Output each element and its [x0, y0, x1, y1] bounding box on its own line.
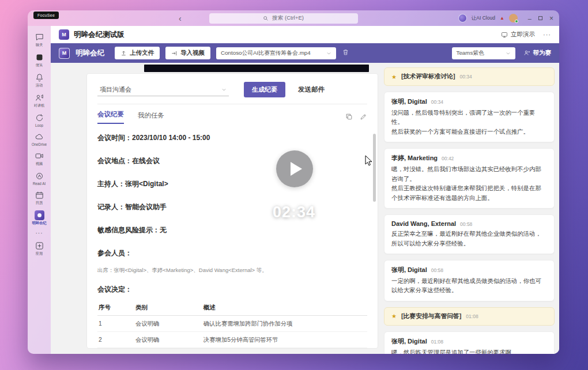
demo-button[interactable]: 立即演示 — [501, 31, 535, 39]
toolbar-app-name: 明眸会纪 — [76, 48, 104, 58]
video-player-top-bar — [144, 65, 369, 72]
back-icon[interactable]: ‹ — [179, 14, 182, 22]
attendees-heading: 参会人员： — [97, 248, 367, 258]
play-icon — [291, 162, 302, 176]
window-titlebar: ‹ 搜索 (Ctrl+E) 让AI Cloud ▲ – × — [28, 10, 559, 26]
trash-icon — [342, 48, 349, 56]
sidebar-item-onedrive[interactable]: OneDrive — [28, 131, 50, 148]
sidebar-item-walkie-talkie[interactable]: 对讲机 — [28, 92, 50, 110]
search-icon — [263, 16, 269, 21]
app-title: 明眸会纪测试版 — [74, 30, 501, 40]
sidebar-item-activity[interactable]: 活动 — [28, 71, 50, 89]
sidebar: 聊天 便笺 活动 对讲机 Loop OneDrive — [28, 26, 51, 354]
chapter-card[interactable]: ★ [技术评审标准讨论] 00:34 — [384, 67, 555, 86]
maximize-button[interactable] — [538, 16, 542, 20]
app-header: M 明眸会纪测试版 立即演示 ··· — [51, 26, 559, 43]
sidebar-item-loop[interactable]: Loop — [28, 112, 50, 129]
cloud-icon — [35, 132, 44, 142]
sidebar-item-notes[interactable]: 便笺 — [28, 51, 50, 69]
chapter-card[interactable]: ★ [比赛安排与高管问答] 01:08 — [384, 307, 555, 326]
send-email-button[interactable]: 发送邮件 — [298, 85, 325, 94]
transcript-message[interactable]: 张明, Digital00:34 没问题，然后领导特别突出，强调了这一次的一个重… — [384, 92, 555, 142]
chevron-down-icon — [221, 87, 227, 92]
present-icon — [501, 31, 508, 38]
sidebar-item-video[interactable]: 视频 — [28, 150, 50, 168]
sensitive-info-line: 敏感信息风险提示：无 — [97, 225, 367, 235]
notes-icon — [35, 52, 44, 62]
upload-file-button[interactable]: 上传文件 — [115, 47, 160, 59]
play-button[interactable] — [276, 150, 313, 187]
teams-window: ‹ 搜索 (Ctrl+E) 让AI Cloud ▲ – × 聊天 — [28, 10, 559, 354]
import-icon — [171, 50, 178, 56]
recorder-watermark: FocuSee — [33, 12, 59, 19]
warning-icon: ▲ — [500, 16, 504, 21]
transcript-panel: ★ [技术评审标准讨论] 00:34 张明, Digital00:34 没问题，… — [384, 67, 555, 354]
video-timestamp: 02:34 — [254, 203, 334, 221]
delete-file-button[interactable] — [342, 48, 349, 58]
cloud-app-label: 让AI Cloud — [472, 15, 495, 22]
mingmou-app-icon — [35, 210, 44, 220]
theme-dropdown[interactable]: Teams紫色 — [452, 47, 515, 59]
scrollbar-thumb[interactable] — [373, 134, 376, 202]
person-icon — [523, 50, 530, 56]
chevron-down-icon — [506, 51, 511, 56]
file-dropdown[interactable]: Contoso公司AI比赛宣传筹备会.mp4 — [216, 47, 336, 59]
calendar-icon — [35, 190, 44, 200]
transcript-message[interactable]: 李婷, Marketing00:42 嗯，对没错。然后我们市场部这边其实已经收到… — [384, 148, 555, 209]
copy-icon[interactable] — [345, 113, 353, 120]
table-row: 1会议明确确认比赛需增加跨部门协作加分项 — [97, 316, 367, 332]
search-placeholder: 搜索 (Ctrl+E) — [272, 14, 304, 22]
sidebar-item-apps[interactable]: 应用 — [28, 240, 50, 258]
chevron-down-icon — [326, 51, 331, 56]
transcript-message[interactable]: David Wang, External00:58 反正荣幸之至嘛，最近刚好在帮… — [384, 214, 555, 254]
meeting-location-line: 会议地点：在线会议 — [97, 156, 367, 166]
join-button[interactable]: 帮为赛 — [523, 49, 552, 57]
table-row: 3会议要求李婷负责修改规程，加入最佳协作案例说明 — [97, 348, 367, 349]
col-header-category: 类别 — [134, 300, 202, 316]
main-area: 项目沟通会 生成纪要 发送邮件 会议纪要 我的任务 — [51, 63, 559, 354]
search-input[interactable]: 搜索 (Ctrl+E) — [209, 13, 358, 24]
avatar[interactable] — [509, 14, 518, 22]
meeting-minutes-panel: 项目沟通会 生成纪要 发送邮件 会议纪要 我的任务 — [86, 73, 378, 349]
col-header-summary: 概述 — [202, 300, 367, 316]
app-toolbar: M 明眸会纪 上传文件 导入视频 Contoso公司AI比赛宣传筹备会.mp4 — [51, 43, 559, 63]
bell-icon — [35, 73, 44, 82]
video-camera-icon — [35, 151, 44, 161]
meeting-time-line: 会议时间：2023/10/10 14:00 - 15:00 — [97, 133, 367, 143]
sidebar-item-calendar[interactable]: 日历 — [28, 189, 50, 207]
star-icon: ★ — [391, 313, 397, 319]
star-icon: ★ — [391, 74, 397, 80]
upload-icon — [120, 50, 127, 56]
sidebar-item-more[interactable]: ··· — [28, 229, 50, 237]
meeting-host-line: 主持人：张明<Digital> — [97, 179, 367, 189]
app-logo-icon: M — [59, 29, 69, 40]
status-dot — [515, 20, 518, 23]
more-options-icon[interactable]: ··· — [543, 31, 551, 38]
sidebar-item-read-ai[interactable]: Read AI — [28, 170, 50, 187]
add-app-icon — [35, 241, 44, 251]
chat-icon — [35, 32, 44, 42]
import-video-button[interactable]: 导入视频 — [165, 47, 210, 59]
edit-pencil-icon[interactable] — [360, 113, 367, 120]
read-ai-icon — [35, 171, 44, 181]
project-dropdown[interactable]: 项目沟通会 — [97, 84, 229, 96]
sidebar-item-mingmou-app[interactable]: 明眸会纪 — [28, 209, 50, 227]
more-apps-icon: ··· — [36, 231, 43, 236]
tab-my-tasks[interactable]: 我的任务 — [138, 111, 164, 124]
loop-icon — [35, 113, 44, 123]
tab-meeting-minutes[interactable]: 会议纪要 — [97, 110, 124, 124]
toolbar-app-icon: M — [59, 48, 70, 59]
close-button[interactable]: × — [549, 14, 553, 22]
decisions-heading: 会议决定： — [97, 285, 367, 295]
attendees-note: 出席：张明<Digital>、李婷<Marketing>、David Wang<… — [97, 267, 367, 274]
transcript-message[interactable]: 张明, Digital01:08 嗯，然后昨天管理层是追加了一些新的要求啊。 — [384, 331, 555, 354]
generate-minutes-button[interactable]: 生成纪要 — [244, 82, 285, 97]
mouse-cursor — [365, 155, 373, 167]
minimize-button[interactable]: – — [528, 15, 532, 22]
walkie-talkie-icon — [35, 93, 44, 103]
cloud-app-icon[interactable] — [458, 14, 467, 22]
transcript-message[interactable]: 张明, Digital00:58 一定的啊，最近刚好在帮其他成员做类似的活动，你… — [384, 260, 555, 301]
table-row: 2会议明确决赛增加5分钟高管问答环节 — [97, 332, 367, 348]
col-header-no: 序号 — [97, 300, 134, 316]
sidebar-item-chat[interactable]: 聊天 — [28, 31, 50, 49]
